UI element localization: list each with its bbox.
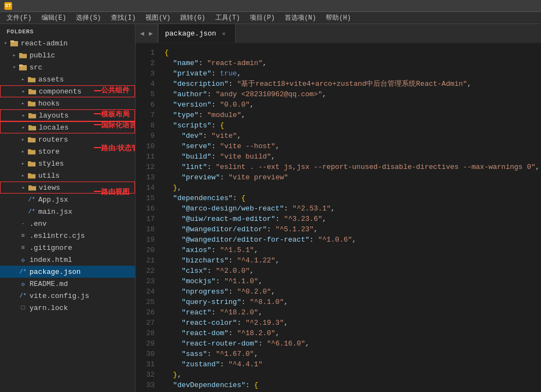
chevron-right-icon: ▸	[20, 136, 26, 143]
folder-routers[interactable]: ▸ routers	[0, 133, 135, 145]
file-package-json[interactable]: ▸ /* package.json	[0, 266, 135, 278]
file-label: .eslintrc.cjs	[30, 232, 85, 240]
file-icon: /*	[27, 207, 36, 216]
folder-views[interactable]: ▸ views	[0, 182, 135, 194]
tab-label: package.json	[165, 30, 216, 38]
code-line-26: "react": "^18.2.0",	[164, 307, 541, 318]
code-line-12: "lint": "eslint . --ext js,jsx --report-…	[164, 162, 541, 172]
tab-bar: ◀ ▶ package.json ✕	[136, 24, 541, 43]
menu-item-t[interactable]: 工具(T)	[211, 12, 245, 24]
tab-prev-button[interactable]: ◀	[138, 29, 146, 38]
file-label: index.html	[30, 256, 72, 264]
chevron-right-icon: ▸	[20, 112, 27, 119]
file-env[interactable]: ▸ · .env	[0, 218, 135, 230]
folder-icon	[27, 99, 36, 108]
menu-item-e[interactable]: 编辑(E)	[37, 12, 71, 24]
file-label: package.json	[30, 268, 81, 276]
folder-store[interactable]: ▸ store	[0, 145, 135, 157]
sidebar: FOLDERS ▾ react-admin ▸ public ▾ src	[0, 24, 136, 392]
code-line-2: "name": "react-admin",	[164, 58, 541, 68]
file-icon: ≡	[19, 243, 27, 252]
file-icon: ◇	[19, 279, 27, 288]
file-icon: ≡	[19, 231, 27, 240]
folder-assets[interactable]: ▸ assets	[0, 73, 135, 85]
folder-hooks[interactable]: ▸ hooks	[0, 97, 135, 109]
menu-item-f[interactable]: 文件(F)	[2, 12, 36, 24]
code-line-32: },	[164, 370, 541, 380]
folder-label: hooks	[38, 100, 60, 108]
folder-icon	[27, 159, 36, 168]
code-line-15: "dependencies": {	[164, 193, 541, 203]
file-app-jsx[interactable]: ▸ /* App.jsx	[0, 194, 135, 206]
chevron-right-icon: ▸	[11, 52, 17, 58]
file-main-jsx[interactable]: ▸ /* main.jsx	[0, 206, 135, 218]
tab-close-button[interactable]: ✕	[220, 29, 228, 38]
code-line-7: "type": "module",	[164, 110, 541, 120]
code-line-9: "dev": "vite",	[164, 131, 541, 141]
code-line-4: "description": "基于react18+vite4+arco+zus…	[164, 79, 541, 89]
code-line-16: "@arco-design/web-react": "^2.53.1",	[164, 203, 541, 214]
title-bar: ST	[0, 0, 541, 12]
menu-item-g[interactable]: 跳转(G)	[176, 12, 210, 24]
code-line-5: "author": "andy <282310962@qq.com>",	[164, 89, 541, 100]
folder-icon	[28, 183, 37, 192]
chevron-down-icon: ▾	[11, 64, 17, 71]
file-gitignore[interactable]: ▸ ≡ .gitignore	[0, 242, 135, 254]
folder-icon	[28, 111, 37, 120]
code-content[interactable]: { "name": "react-admin", "private": true…	[160, 43, 541, 392]
code-line-6: "version": "0.0.0",	[164, 100, 541, 110]
code-line-19: "@wangeditor/editor-for-react": "^1.0.6"…	[164, 235, 541, 245]
chevron-right-icon: ▸	[20, 160, 26, 167]
folder-icon	[27, 171, 36, 180]
chevron-right-icon: ▸	[20, 100, 26, 107]
code-line-29: "react-router-dom": "^6.16.0",	[164, 338, 541, 349]
folder-src[interactable]: ▾ src	[0, 61, 135, 73]
tab-package-json[interactable]: package.json ✕	[158, 24, 236, 43]
code-line-13: "preview": "vite preview"	[164, 172, 541, 183]
menu-item-i[interactable]: 查找(I)	[107, 12, 140, 24]
folder-label: store	[38, 148, 60, 156]
folders-header: FOLDERS	[0, 24, 135, 37]
folder-label: views	[39, 184, 60, 192]
code-line-30: "sass": "^1.67.0",	[164, 349, 541, 359]
file-icon: /*	[19, 267, 27, 276]
folder-react-admin[interactable]: ▾ react-admin	[0, 37, 135, 49]
app-icon: ST	[4, 2, 12, 10]
file-readme[interactable]: ▸ ◇ README.md	[0, 278, 135, 290]
folder-public[interactable]: ▸ public	[0, 49, 135, 61]
folder-layouts[interactable]: ▸ layouts	[0, 109, 135, 121]
folder-styles[interactable]: ▸ styles	[0, 157, 135, 169]
folder-label: locales	[39, 124, 69, 132]
folder-components[interactable]: ▸ components	[0, 85, 135, 97]
menu-item-p[interactable]: 项目(P)	[245, 12, 279, 24]
folder-icon	[27, 135, 36, 144]
file-label: yarn.lock	[30, 304, 68, 312]
menu-item-h[interactable]: 帮助(H)	[321, 12, 355, 24]
main-layout: FOLDERS ▾ react-admin ▸ public ▾ src	[0, 24, 541, 392]
file-vite-config[interactable]: ▸ /* vite.config.js	[0, 290, 135, 302]
folder-icon	[28, 87, 37, 96]
file-icon: □	[19, 303, 27, 312]
code-line-20: "axios": "^1.5.1",	[164, 245, 541, 255]
menu-item-v[interactable]: 视图(V)	[141, 12, 175, 24]
code-line-24: "nprogress": "^0.2.0",	[164, 286, 541, 297]
file-label: .env	[30, 220, 46, 228]
file-label: App.jsx	[38, 196, 68, 204]
code-line-11: "build": "vite build",	[164, 151, 541, 162]
file-index-html[interactable]: ▸ ◇ index.html	[0, 254, 135, 266]
file-eslintrc[interactable]: ▸ ≡ .eslintrc.cjs	[0, 230, 135, 242]
code-line-3: "private": true,	[164, 68, 541, 79]
file-yarn-lock[interactable]: ▸ □ yarn.lock	[0, 302, 135, 314]
folder-label: assets	[38, 75, 64, 84]
folder-open-icon	[19, 63, 27, 72]
folder-label: components	[39, 87, 81, 96]
menu-item-s[interactable]: 选择(S)	[72, 12, 105, 24]
menu-item-n[interactable]: 首选项(N)	[280, 12, 321, 24]
menu-bar: 文件(F)编辑(E)选择(S)查找(I)视图(V)跳转(G)工具(T)项目(P)…	[0, 12, 541, 24]
file-label: README.md	[30, 280, 68, 288]
code-line-22: "clsx": "^2.0.0",	[164, 266, 541, 276]
folder-utils[interactable]: ▸ utils	[0, 169, 135, 182]
folder-locales[interactable]: ▸ locales	[0, 121, 135, 133]
tab-next-button[interactable]: ▶	[146, 29, 155, 38]
code-line-25: "query-string": "^8.1.0",	[164, 297, 541, 307]
